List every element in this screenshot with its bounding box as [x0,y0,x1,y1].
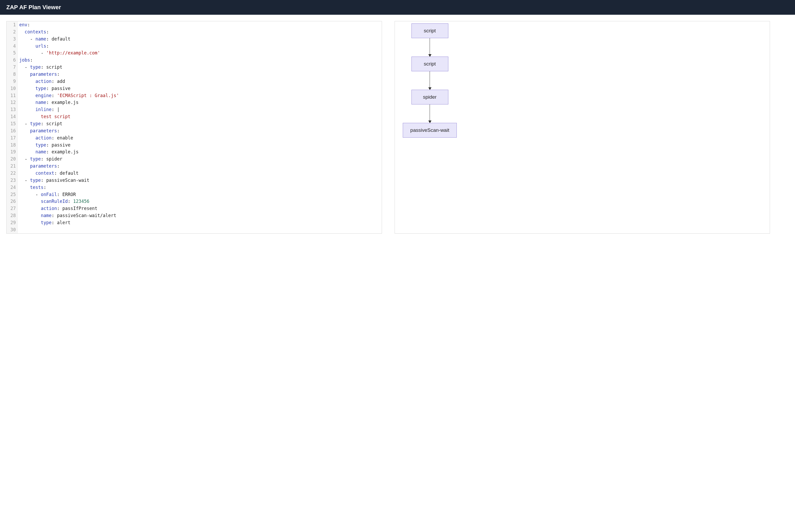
code-line[interactable]: 22 context: default [6,170,382,177]
code-line[interactable]: 8 parameters: [6,71,382,78]
line-number: 18 [6,141,18,149]
line-number: 13 [6,106,18,113]
line-number: 14 [6,113,18,120]
code-content[interactable]: - name: default [18,36,71,43]
code-content[interactable]: parameters: [18,71,60,78]
line-number: 19 [6,148,18,155]
line-number: 11 [6,92,18,99]
line-number: 27 [6,205,18,212]
line-number: 29 [6,219,18,226]
code-content[interactable]: - onFail: ERROR [18,191,76,198]
line-number: 22 [6,170,18,177]
main-content: 1env:2 contexts:3 - name: default4 urls:… [0,15,795,240]
line-number: 25 [6,191,18,198]
line-number: 17 [6,134,18,141]
code-line[interactable]: 26 scanRuleId: 123456 [6,198,382,205]
flow-edge [430,38,430,57]
line-number: 30 [6,226,18,233]
code-content[interactable]: urls: [18,43,49,50]
code-line[interactable]: 30 [6,226,382,233]
flow-node[interactable]: spider [412,90,448,104]
code-content[interactable]: type: passive [18,85,71,92]
line-number: 28 [6,212,18,219]
code-line[interactable]: 14 test script [6,113,382,120]
line-number: 23 [6,177,18,184]
code-content[interactable]: name: example.js [18,99,78,106]
line-number: 10 [6,85,18,92]
code-content[interactable]: jobs: [18,57,33,64]
flow-node[interactable]: passiveScan-wait [403,123,457,138]
yaml-editor[interactable]: 1env:2 contexts:3 - name: default4 urls:… [6,21,382,234]
code-line[interactable]: 27 action: passIfPresent [6,205,382,212]
code-line[interactable]: 4 urls: [6,43,382,50]
code-content[interactable]: inline: | [18,106,60,113]
code-line[interactable]: 3 - name: default [6,36,382,43]
code-line[interactable]: 25 - onFail: ERROR [6,191,382,198]
code-content[interactable]: - type: script [18,120,62,127]
code-line[interactable]: 10 type: passive [6,85,382,92]
code-line[interactable]: 16 parameters: [6,127,382,134]
code-content[interactable]: - type: script [18,64,62,71]
line-number: 1 [6,21,18,28]
code-content[interactable]: type: alert [18,219,71,226]
code-line[interactable]: 7 - type: script [6,64,382,71]
code-content[interactable]: action: passIfPresent [18,205,97,212]
line-number: 12 [6,99,18,106]
code-content[interactable]: test script [18,113,70,120]
code-line[interactable]: 12 name: example.js [6,99,382,106]
code-line[interactable]: 18 type: passive [6,141,382,149]
code-content[interactable]: context: default [18,170,78,177]
code-line[interactable]: 17 action: enable [6,134,382,141]
code-content[interactable]: action: add [18,78,65,85]
code-content[interactable]: - type: passiveScan-wait [18,177,89,184]
code-content[interactable]: name: passiveScan-wait/alert [18,212,116,219]
line-number: 5 [6,50,18,57]
line-number: 6 [6,57,18,64]
line-number: 4 [6,43,18,50]
line-number: 26 [6,198,18,205]
line-number: 9 [6,78,18,85]
code-content[interactable]: - type: spider [18,155,62,163]
code-content[interactable] [18,226,19,233]
line-number: 16 [6,127,18,134]
code-content[interactable]: parameters: [18,127,60,134]
code-line[interactable]: 20 - type: spider [6,155,382,163]
code-line[interactable]: 5 - 'http://example.com' [6,50,382,57]
flow-edge [430,104,430,123]
code-content[interactable]: tests: [18,184,46,191]
code-line[interactable]: 21 parameters: [6,163,382,170]
line-number: 21 [6,163,18,170]
app-header: ZAP AF Plan Viewer [0,0,795,15]
code-line[interactable]: 2 contexts: [6,28,382,36]
code-content[interactable]: - 'http://example.com' [18,50,100,57]
code-line[interactable]: 11 engine: 'ECMAScript : Graal.js' [6,92,382,99]
code-line[interactable]: 15 - type: script [6,120,382,127]
code-line[interactable]: 24 tests: [6,184,382,191]
code-content[interactable]: scanRuleId: 123456 [18,198,89,205]
line-number: 8 [6,71,18,78]
code-content[interactable]: engine: 'ECMAScript : Graal.js' [18,92,119,99]
code-line[interactable]: 29 type: alert [6,219,382,226]
code-line[interactable]: 13 inline: | [6,106,382,113]
code-line[interactable]: 28 name: passiveScan-wait/alert [6,212,382,219]
plan-diagram-panel: scriptscriptspiderpassiveScan-wait [395,21,770,234]
app-title: ZAP AF Plan Viewer [6,4,61,11]
code-content[interactable]: type: passive [18,141,71,149]
plan-flowchart: scriptscriptspiderpassiveScan-wait [403,23,457,138]
line-number: 3 [6,36,18,43]
flow-node[interactable]: script [412,23,448,38]
code-content[interactable]: contexts: [18,28,49,36]
code-content[interactable]: action: enable [18,134,73,141]
line-number: 15 [6,120,18,127]
code-line[interactable]: 6jobs: [6,57,382,64]
line-number: 2 [6,28,18,36]
code-line[interactable]: 9 action: add [6,78,382,85]
code-line[interactable]: 23 - type: passiveScan-wait [6,177,382,184]
code-line[interactable]: 1env: [6,21,382,28]
code-line[interactable]: 19 name: example.js [6,148,382,155]
code-content[interactable]: env: [18,21,30,28]
line-number: 24 [6,184,18,191]
flow-node[interactable]: script [412,57,448,71]
code-content[interactable]: name: example.js [18,148,78,155]
code-content[interactable]: parameters: [18,163,60,170]
